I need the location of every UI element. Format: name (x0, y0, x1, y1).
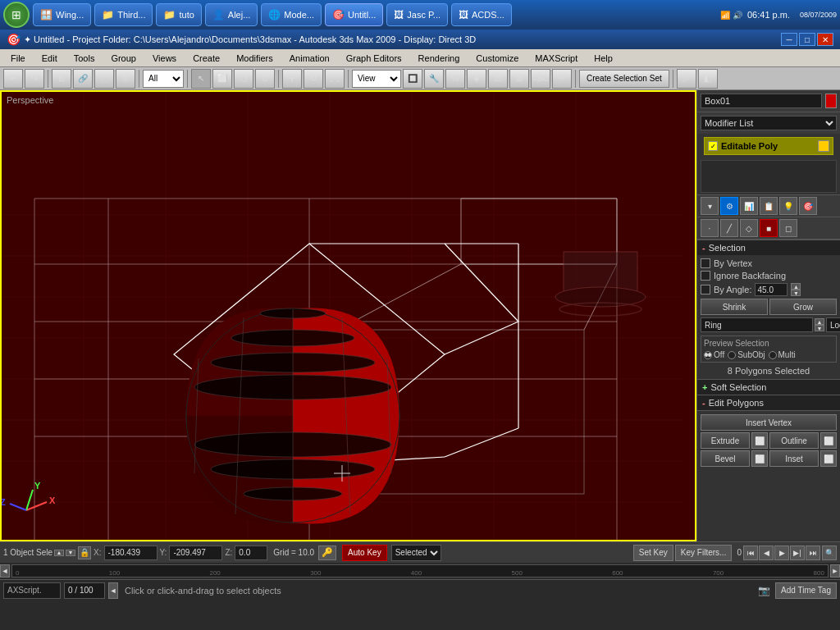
extrude-settings-button[interactable]: ⬜ (751, 432, 768, 449)
inset-settings-button[interactable]: ⬜ (820, 450, 837, 467)
editable-poly-modifier[interactable]: ✓ Editable Poly (704, 137, 833, 155)
outline-settings-button[interactable]: ⬜ (820, 432, 837, 449)
undo-button[interactable]: ↩ (3, 69, 23, 89)
select-fence[interactable]: ⬡ (234, 69, 253, 89)
time-left-btn[interactable]: ◄ (108, 582, 118, 599)
slider-right-arrow[interactable]: ► (830, 564, 840, 578)
snap-button[interactable]: 🔲 (403, 69, 422, 89)
zoom-time-button[interactable]: 🔍 (822, 546, 837, 560)
select-lasso-button[interactable]: ◎ (116, 69, 135, 89)
extrude-button[interactable]: Extrude (701, 432, 750, 449)
redo-button[interactable]: ↪ (25, 69, 44, 89)
spinner[interactable]: ◈ (467, 69, 486, 89)
slider-left-arrow[interactable]: ◄ (0, 564, 10, 578)
viewport[interactable]: Perspective (0, 90, 696, 541)
prev-frame-button[interactable]: ◀ (759, 546, 774, 560)
preview-subobj-radio[interactable] (728, 351, 736, 359)
menu-file[interactable]: File (3, 51, 33, 66)
border-mode-icon[interactable]: ◇ (740, 219, 758, 237)
key-filters-button[interactable]: Key Filters... (675, 545, 733, 561)
time-field[interactable]: 0 / 100 (64, 582, 105, 599)
set-key-button[interactable]: Set Key (633, 545, 673, 561)
curve-editor[interactable]: 〜 (552, 69, 572, 89)
element-mode-icon[interactable]: ◻ (779, 219, 797, 237)
outline-button[interactable]: Outline (769, 432, 819, 449)
minimize-button[interactable]: ─ (781, 33, 797, 46)
panel-tab-motion[interactable]: 📋 (760, 197, 778, 215)
auto-key-button[interactable]: Auto Key (342, 545, 387, 561)
menu-animation[interactable]: Animation (282, 51, 337, 66)
selected-dropdown[interactable]: Selected All None (391, 545, 441, 561)
link-button[interactable]: 🔗 (73, 69, 93, 89)
bevel-button[interactable]: Bevel (701, 450, 750, 467)
taskbar-wing[interactable]: 🪟 Wing... (33, 3, 91, 26)
create-selection-button[interactable]: Create Selection Set (579, 70, 669, 88)
grow-button[interactable]: Grow (769, 299, 837, 315)
polygon-mode-icon[interactable]: ■ (760, 219, 778, 237)
start-button[interactable]: ⊞ (3, 2, 30, 28)
bevel-settings-button[interactable]: ⬜ (751, 450, 768, 467)
menu-help[interactable]: Help (587, 51, 620, 66)
by-angle-input[interactable] (755, 283, 788, 296)
move-button[interactable]: ✛ (282, 69, 302, 89)
menu-views[interactable]: Views (145, 51, 184, 66)
ignore-backfacing-checkbox[interactable] (701, 271, 710, 281)
menu-edit[interactable]: Edit (34, 51, 65, 66)
x-input[interactable] (104, 546, 158, 560)
filter-dropdown[interactable]: All Geometry Lights Cameras (143, 70, 184, 88)
modifier-list-dropdown[interactable]: Modifier List (701, 116, 837, 130)
preview-subobj-item[interactable]: SubObj (728, 350, 765, 359)
view-dropdown[interactable]: View Screen World Local (352, 70, 401, 88)
select-region-rect[interactable]: ⬜ (212, 69, 232, 89)
menu-group[interactable]: Group (103, 51, 144, 66)
panel-tab-display[interactable]: 💡 (779, 197, 797, 215)
play-button[interactable]: ▶ (774, 546, 789, 560)
ring-spin-up[interactable]: ▲ (815, 318, 824, 325)
menu-rendering[interactable]: Rendering (411, 51, 468, 66)
close-button[interactable]: ✕ (817, 33, 833, 46)
scale-button[interactable]: ⛶ (325, 69, 345, 89)
key-lock-button[interactable]: 🔑 (318, 546, 336, 560)
taskbar-mode[interactable]: 🌐 Mode... (261, 3, 322, 26)
coord-lock-icon[interactable]: 🔒 (78, 546, 91, 559)
modifier-enabled-check[interactable]: ✓ (708, 141, 718, 151)
menu-graph-editors[interactable]: Graph Editors (339, 51, 409, 66)
panel-tab-create[interactable]: ▾ (701, 197, 719, 215)
next-frame-button[interactable]: ▶| (790, 546, 805, 560)
taskbar-third[interactable]: 📁 Third... (94, 3, 153, 26)
by-vertex-checkbox[interactable] (701, 258, 710, 268)
taskbar-alej[interactable]: 👤 Alej... (205, 3, 258, 26)
taskbar-acds[interactable]: 🖼 ACDS... (451, 3, 512, 26)
y-input[interactable] (169, 546, 222, 560)
select-circle[interactable]: ⊙ (255, 69, 275, 89)
maximize-button[interactable]: □ (799, 33, 815, 46)
edit-polygons-header[interactable]: - Edit Polygons (697, 395, 840, 410)
ring-input[interactable] (701, 317, 813, 332)
panel-tab-hierarchy[interactable]: 📊 (740, 197, 758, 215)
add-time-tag-button[interactable]: Add Time Tag (775, 582, 837, 599)
menu-modifiers[interactable]: Modifiers (229, 51, 281, 66)
inset-button[interactable]: Inset (769, 450, 819, 467)
snap-angle[interactable]: 🔧 (424, 69, 444, 89)
taskbar-tuto[interactable]: 📁 tuto (156, 3, 201, 26)
select-object-button[interactable]: ↖ (191, 69, 211, 89)
layer[interactable]: ABC (531, 69, 550, 89)
preview-multi-radio[interactable] (769, 351, 777, 359)
panel-tab-utilities[interactable]: 🎯 (799, 197, 817, 215)
first-frame-button[interactable]: ⏮ (743, 546, 758, 560)
soft-selection-header[interactable]: + Soft Selection (697, 379, 840, 395)
play-anim[interactable]: ▷ (677, 69, 696, 89)
loop-input[interactable] (826, 317, 840, 332)
ring-spin-down[interactable]: ▼ (815, 325, 824, 331)
object-color-swatch[interactable] (825, 94, 837, 108)
menu-customize[interactable]: Customize (468, 51, 526, 66)
object-count-spinner-up[interactable]: ▲ (54, 550, 64, 556)
menu-tools[interactable]: Tools (66, 51, 103, 66)
shrink-button[interactable]: Shrink (701, 299, 768, 315)
insert-vertex-button[interactable]: Insert Vertex (701, 414, 837, 431)
z-input[interactable] (235, 546, 267, 560)
object-name-input[interactable] (701, 94, 822, 108)
taskbar-jasc[interactable]: 🖼 Jasc P... (386, 3, 448, 26)
select-button[interactable]: ⊞ (52, 69, 71, 89)
rotate-button[interactable]: ↻ (304, 69, 323, 89)
